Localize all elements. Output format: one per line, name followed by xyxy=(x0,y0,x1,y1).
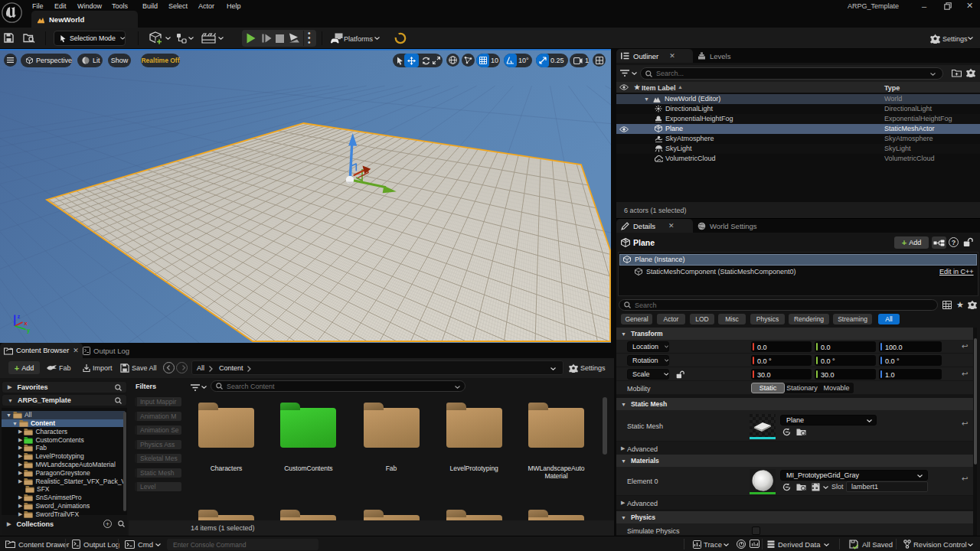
svg-text:z: z xyxy=(18,313,21,320)
